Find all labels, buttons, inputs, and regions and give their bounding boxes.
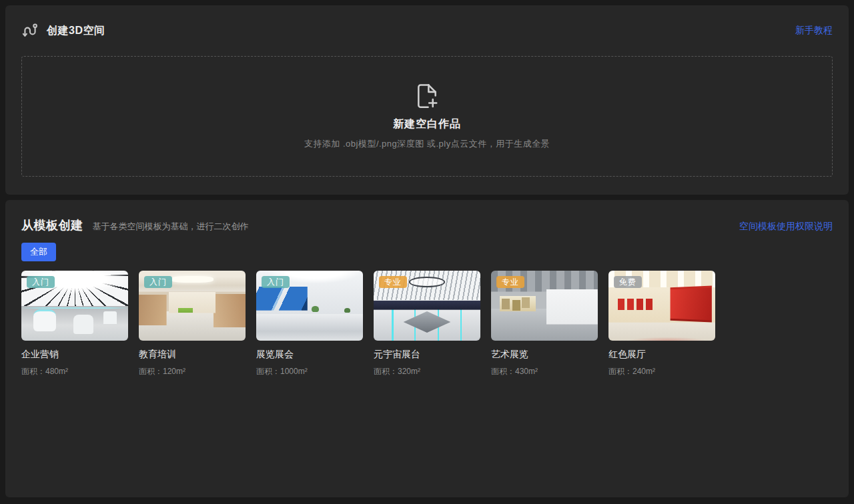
- template-title: 企业营销: [21, 349, 128, 361]
- level-badge: 专业: [496, 276, 524, 288]
- template-title: 教育培训: [139, 349, 246, 361]
- template-card-list: 入门 企业营销 面积：480m² 入门 教育培训 面积：120m² 入门 展览展…: [21, 271, 833, 377]
- template-thumbnail: 免费: [608, 271, 715, 341]
- template-thumbnail: 入门: [256, 271, 363, 341]
- new-blank-work-dropzone[interactable]: 新建空白作品 支持添加 .obj模型/.png深度图 或.ply点云文件，用于生…: [21, 56, 833, 177]
- template-card-enterprise-marketing[interactable]: 入门 企业营销 面积：480m²: [21, 271, 128, 377]
- level-badge: 专业: [379, 276, 407, 288]
- template-area: 面积：430m²: [491, 366, 598, 377]
- template-title: 艺术展览: [491, 349, 598, 361]
- level-badge: 入门: [27, 276, 55, 288]
- template-panel-header: 从模板创建 基于各类空间模板为基础，进行二次创作 空间模板使用权限说明: [5, 200, 849, 233]
- template-thumbnail: 入门: [139, 271, 246, 341]
- template-card-art-exhibition[interactable]: 专业 艺术展览 面积：430m²: [491, 271, 598, 377]
- template-area: 面积：320m²: [374, 366, 480, 377]
- template-card-metaverse-booth[interactable]: 专业 元宇宙展台 面积：320m²: [374, 271, 480, 377]
- section-title: 从模板创建: [21, 217, 83, 233]
- template-permission-link[interactable]: 空间模板使用权限说明: [739, 221, 833, 233]
- template-title: 展览展会: [256, 349, 363, 361]
- file-plus-icon: [414, 83, 440, 111]
- create-panel-header: 创建3D空间 新手教程: [5, 5, 849, 40]
- template-thumbnail: 入门: [21, 271, 128, 341]
- template-card-red-hall[interactable]: 免费 红色展厅 面积：240m²: [608, 271, 715, 377]
- template-thumbnail: 专业: [374, 271, 480, 341]
- section-subtitle: 基于各类空间模板为基础，进行二次创作: [93, 221, 249, 233]
- level-badge: 入门: [262, 276, 290, 288]
- template-area: 面积：1000m²: [256, 366, 363, 377]
- template-card-exhibition[interactable]: 入门 展览展会 面积：1000m²: [256, 271, 363, 377]
- create-panel: 创建3D空间 新手教程 新建空白作品 支持添加 .obj模型/.png深度图 或…: [5, 5, 849, 195]
- template-panel: 从模板创建 基于各类空间模板为基础，进行二次创作 空间模板使用权限说明 全部 入…: [5, 200, 849, 497]
- page-title: 创建3D空间: [47, 24, 105, 38]
- tutorial-link[interactable]: 新手教程: [795, 25, 833, 37]
- dropzone-hint: 支持添加 .obj模型/.png深度图 或.ply点云文件，用于生成全景: [304, 138, 550, 150]
- dropzone-title: 新建空白作品: [393, 117, 461, 131]
- template-area: 面积：480m²: [21, 366, 128, 377]
- template-card-education-training[interactable]: 入门 教育培训 面积：120m²: [139, 271, 246, 377]
- route-icon: [21, 22, 39, 39]
- filter-all-button[interactable]: 全部: [21, 243, 56, 261]
- template-title: 元宇宙展台: [374, 349, 480, 361]
- template-area: 面积：120m²: [139, 366, 246, 377]
- level-badge: 免费: [614, 276, 642, 288]
- level-badge: 入门: [144, 276, 172, 288]
- template-title: 红色展厅: [608, 349, 715, 361]
- template-area: 面积：240m²: [608, 366, 715, 377]
- template-thumbnail: 专业: [491, 271, 598, 341]
